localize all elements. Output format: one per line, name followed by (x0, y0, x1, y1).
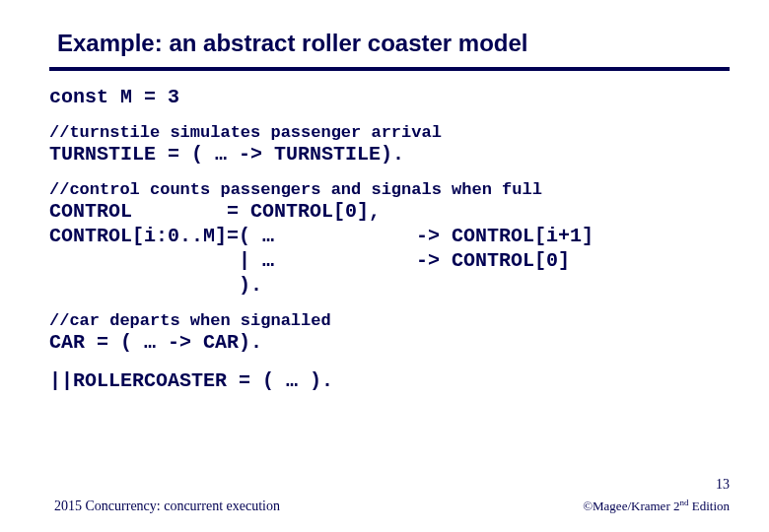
car-def: CAR = ( … -> CAR). (49, 330, 730, 355)
turnstile-block: //turnstile simulates passenger arrival … (49, 123, 730, 166)
control-line-3: | … -> CONTROL[0] (49, 248, 730, 273)
turnstile-def: TURNSTILE = ( … -> TURNSTILE). (49, 142, 730, 166)
control-block: //control counts passengers and signals … (49, 180, 730, 298)
slide-title: Example: an abstract roller coaster mode… (57, 30, 730, 57)
rollercoaster-def: ||ROLLERCOASTER = ( … ). (49, 368, 730, 393)
footer-ed-suffix: Edition (688, 499, 730, 513)
const-line: const M = 3 (49, 85, 730, 109)
footer-right: ©Magee/Kramer 2nd Edition (583, 498, 730, 514)
control-comment: //control counts passengers and signals … (49, 180, 730, 199)
car-block: //car departs when signalled CAR = ( … -… (49, 311, 730, 355)
slide: Example: an abstract roller coaster mode… (0, 0, 769, 393)
control-line-2: CONTROL[i:0..M]=( … -> CONTROL[i+1] (49, 224, 730, 248)
car-comment: //car departs when signalled (49, 311, 730, 330)
footer-copyright: ©Magee/Kramer (583, 499, 673, 513)
turnstile-comment: //turnstile simulates passenger arrival (49, 123, 730, 142)
control-line-4: ). (49, 273, 730, 298)
footer-left: 2015 Concurrency: concurrent execution (54, 499, 280, 514)
title-rule (49, 67, 730, 71)
control-line-1: CONTROL = CONTROL[0], (49, 199, 730, 224)
page-number: 13 (716, 477, 730, 493)
